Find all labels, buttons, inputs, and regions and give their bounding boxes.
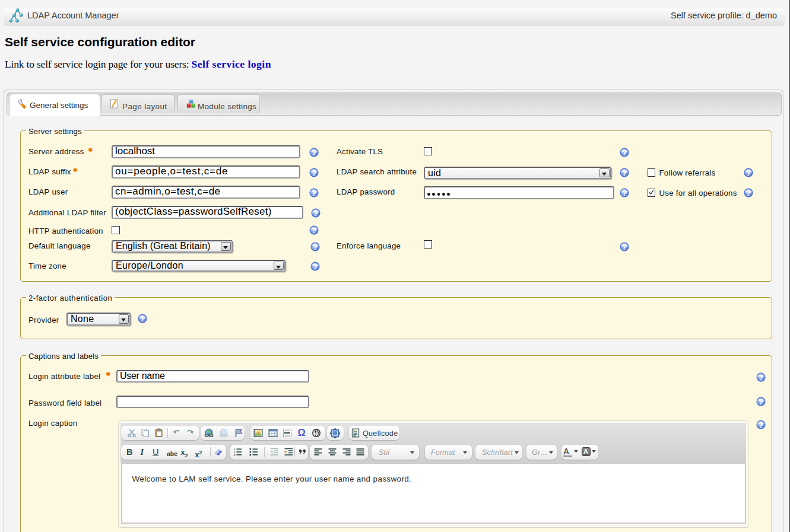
svg-text:3: 3	[234, 453, 236, 457]
